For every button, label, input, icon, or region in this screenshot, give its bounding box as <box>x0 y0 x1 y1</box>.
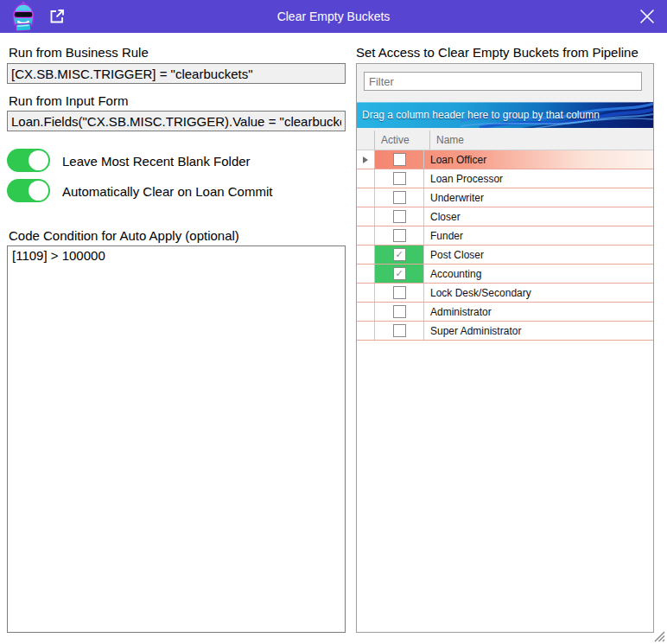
dialog-title: Clear Empty Buckets <box>0 0 667 33</box>
active-checkbox-cell[interactable] <box>375 284 424 302</box>
table-row[interactable]: ✓Post Closer <box>357 245 653 265</box>
row-name: Super Administrator <box>424 322 653 340</box>
access-grid-rows: Loan OfficerLoan ProcessorUnderwriterClo… <box>357 150 653 341</box>
table-row[interactable]: Super Administrator <box>357 322 653 341</box>
toggle-knob <box>29 150 48 170</box>
group-by-bar[interactable]: Drag a column header here to group by th… <box>357 102 653 128</box>
external-link-icon[interactable] <box>48 8 66 25</box>
row-name: Accounting <box>424 265 653 283</box>
active-checkbox-cell[interactable] <box>375 150 424 169</box>
active-column-header[interactable]: Active <box>375 131 430 150</box>
leave-recent-blank-toggle[interactable] <box>7 149 50 172</box>
table-row[interactable]: Closer <box>357 207 653 226</box>
table-row[interactable]: Administrator <box>357 303 653 322</box>
row-name: Loan Processor <box>424 169 653 188</box>
clear-empty-buckets-dialog: Clear Empty Buckets Run from Business Ru… <box>0 0 667 644</box>
title-bar: Clear Empty Buckets <box>0 0 667 33</box>
name-column-header[interactable]: Name <box>430 131 653 150</box>
row-checkbox[interactable] <box>393 191 406 204</box>
shark-mascot-icon <box>5 1 41 32</box>
table-row[interactable]: Funder <box>357 226 653 245</box>
toggle-knob <box>29 181 48 201</box>
row-name: Lock Desk/Secondary <box>424 284 653 302</box>
active-checkbox-cell[interactable] <box>375 303 424 321</box>
row-indicator <box>357 245 375 264</box>
table-row[interactable]: Underwriter <box>357 188 653 207</box>
business-rule-label: Run from Business Rule <box>9 45 149 60</box>
input-form-label: Run from Input Form <box>9 93 128 108</box>
row-indicator <box>357 150 375 169</box>
row-checkbox[interactable] <box>393 305 406 318</box>
input-form-field[interactable] <box>7 111 346 131</box>
row-name: Administrator <box>424 303 653 321</box>
indicator-column-header <box>357 131 375 150</box>
row-indicator <box>357 169 375 188</box>
active-checkbox-cell[interactable] <box>375 188 424 207</box>
active-checkbox-cell[interactable] <box>375 322 424 340</box>
access-heading: Set Access to Clear Empty Buckets from P… <box>356 45 638 60</box>
row-checkbox[interactable]: ✓ <box>393 248 406 261</box>
row-name: Post Closer <box>424 245 653 264</box>
row-indicator <box>357 188 375 207</box>
close-icon[interactable] <box>638 7 657 26</box>
table-row[interactable]: Loan Processor <box>357 169 653 188</box>
table-row[interactable]: Lock Desk/Secondary <box>357 284 653 303</box>
row-checkbox[interactable] <box>393 286 406 299</box>
active-checkbox-cell[interactable]: ✓ <box>375 265 424 283</box>
filter-input[interactable] <box>364 72 642 91</box>
code-condition-textarea[interactable]: [1109] > 100000 <box>7 245 346 633</box>
access-panel: Drag a column header here to group by th… <box>356 63 654 633</box>
active-checkbox-cell[interactable] <box>375 169 424 188</box>
resize-grip[interactable] <box>651 628 665 642</box>
active-checkbox-cell[interactable] <box>375 226 424 245</box>
auto-clear-commit-label: Automatically Clear on Loan Commit <box>62 184 272 199</box>
row-checkbox[interactable] <box>393 324 406 337</box>
row-checkbox[interactable] <box>393 229 406 242</box>
row-indicator <box>357 322 375 340</box>
row-name: Underwriter <box>424 188 653 207</box>
active-checkbox-cell[interactable]: ✓ <box>375 245 424 264</box>
row-name: Closer <box>424 207 653 226</box>
table-row[interactable]: Loan Officer <box>357 150 653 169</box>
row-checkbox[interactable] <box>393 172 406 185</box>
row-indicator <box>357 207 375 226</box>
row-name: Loan Officer <box>424 150 653 169</box>
table-row[interactable]: ✓Accounting <box>357 265 653 284</box>
row-name: Funder <box>424 226 653 245</box>
row-checkbox[interactable]: ✓ <box>393 267 406 280</box>
row-checkbox[interactable] <box>393 210 406 223</box>
active-checkbox-cell[interactable] <box>375 207 424 226</box>
group-by-hint: Drag a column header here to group by th… <box>357 102 653 128</box>
row-checkbox[interactable] <box>393 153 406 166</box>
row-indicator <box>357 284 375 302</box>
leave-recent-blank-label: Leave Most Recent Blank Folder <box>62 154 251 169</box>
row-indicator <box>357 265 375 283</box>
row-indicator <box>357 226 375 245</box>
grid-header-row: Active Name <box>357 131 653 150</box>
row-indicator <box>357 303 375 321</box>
selected-row-arrow-icon <box>363 156 368 163</box>
code-condition-label: Code Condition for Auto Apply (optional) <box>9 228 239 243</box>
access-grid: Active Name Loan OfficerLoan ProcessorUn… <box>357 131 653 632</box>
business-rule-field[interactable] <box>7 63 346 84</box>
auto-clear-commit-toggle[interactable] <box>7 179 50 202</box>
